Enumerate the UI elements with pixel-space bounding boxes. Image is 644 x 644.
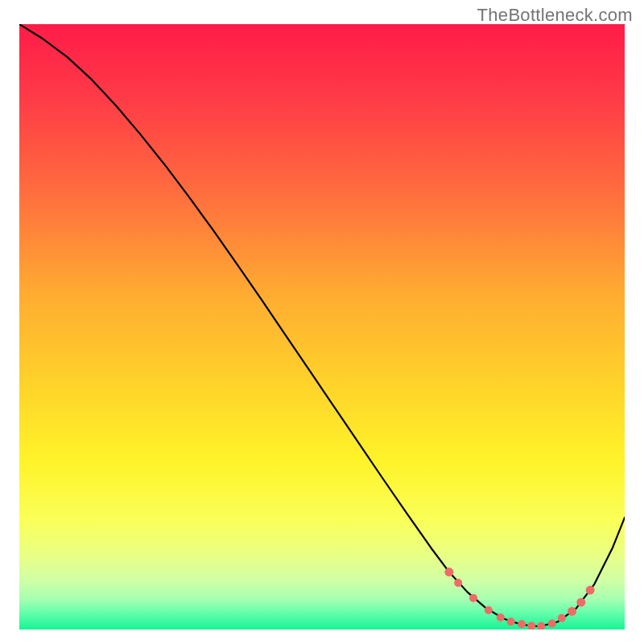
chart-plot-area: [19, 24, 625, 630]
chart-marker-dot: [507, 617, 515, 625]
watermark-label: TheBottleneck.com: [477, 5, 633, 26]
chart-marker-dot: [485, 606, 493, 614]
chart-marker-dot: [454, 579, 462, 587]
chart-marker-dot: [444, 568, 453, 576]
chart-marker-dot: [568, 607, 576, 616]
chart-marker-dot: [497, 613, 505, 621]
chart-marker-dot: [518, 620, 526, 628]
chart-marker-dot: [586, 586, 595, 595]
chart-background-gradient: [19, 24, 625, 630]
chart-marker-dot: [576, 598, 585, 607]
chart-marker-dot: [469, 594, 477, 602]
chart-marker-dot: [548, 619, 556, 627]
chart-marker-dot: [558, 614, 566, 622]
chart-svg: [19, 24, 625, 630]
